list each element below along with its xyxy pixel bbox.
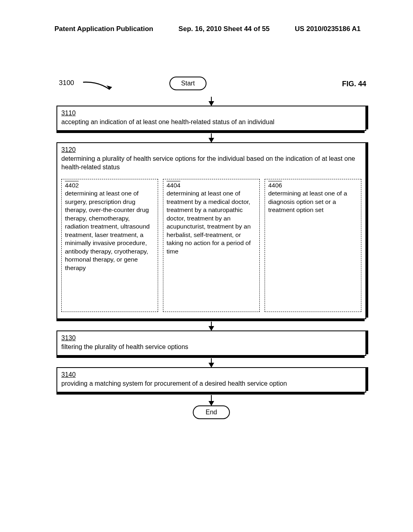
diagram-ref-number: 3100: [59, 79, 74, 87]
header-center: Sep. 16, 2010 Sheet 44 of 55: [179, 25, 270, 33]
start-terminal: Start: [169, 77, 206, 90]
arrow-down-icon: [211, 358, 212, 367]
header-left: Patent Application Publication: [54, 25, 153, 33]
step-number: 3120: [61, 146, 76, 153]
step-number: 3140: [61, 371, 76, 378]
flowchart: 3100 Start FIG. 44 3110 accepting an ind…: [56, 77, 366, 419]
pointer-arrow-icon: [82, 81, 115, 93]
step-3110: 3110 accepting an indication of at least…: [56, 106, 366, 131]
arrow-down-icon: [211, 133, 212, 142]
header-right: US 2010/0235186 A1: [295, 25, 361, 33]
figure-label: FIG. 44: [342, 80, 366, 88]
step-text: providing a matching system for procurem…: [61, 380, 287, 387]
step-3120: 3120 determining a plurality of health s…: [56, 142, 366, 319]
arrow-down-icon: [211, 322, 212, 330]
substep-text: determining at least one of treatment by…: [167, 190, 251, 254]
substep-number: 4404: [167, 181, 180, 189]
substep-text: determining at least one of a diagnosis …: [268, 190, 347, 213]
substep-number: 4406: [268, 181, 282, 189]
substeps-row: 4402 determining at least one of surgery…: [61, 179, 361, 312]
step-3130: 3130 filtering the plurality of health s…: [56, 330, 366, 356]
step-text: filtering the plurality of health servic…: [61, 343, 188, 350]
arrow-down-icon: [211, 97, 212, 106]
step-number: 3130: [61, 335, 76, 341]
substep-4404: 4404 determining at least one of treatme…: [163, 179, 260, 312]
step-text: determining a plurality of health servic…: [61, 155, 355, 171]
step-text: accepting an indication of at least one …: [61, 118, 274, 125]
step-number: 3110: [61, 110, 76, 116]
end-terminal: End: [193, 405, 230, 419]
substep-text: determining at least one of surgery, pre…: [65, 190, 150, 271]
arrow-down-icon: [211, 395, 212, 405]
substep-4402: 4402 determining at least one of surgery…: [61, 179, 158, 312]
page-header: Patent Application Publication Sep. 16, …: [0, 25, 413, 33]
substep-number: 4402: [65, 181, 79, 189]
step-3140: 3140 providing a matching system for pro…: [56, 367, 366, 393]
substep-4406: 4406 determining at least one of a diagn…: [265, 179, 361, 312]
